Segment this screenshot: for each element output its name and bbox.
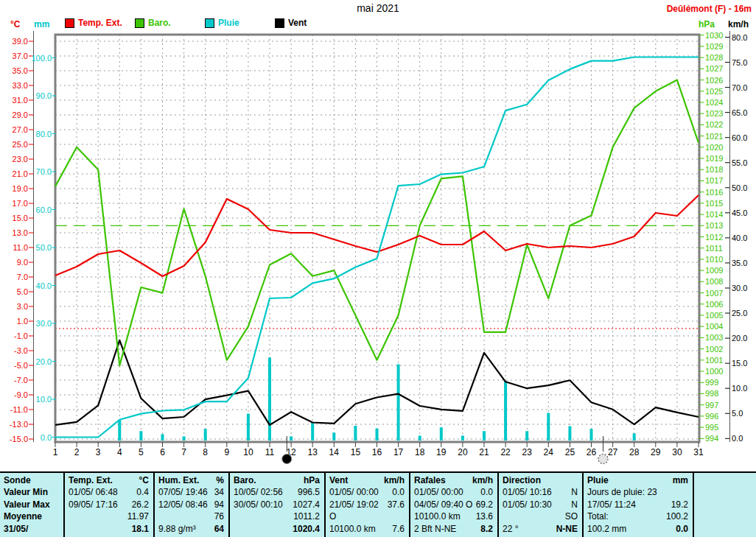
wind-tick-label: 25.0 bbox=[732, 309, 747, 317]
table-cell-label: Valeur Max bbox=[4, 499, 50, 510]
baro-tick-label: 1001 bbox=[705, 356, 723, 365]
baro-tick-label: 1028 bbox=[705, 53, 723, 62]
day-label: 16 bbox=[372, 447, 382, 457]
wind-tick-label: 20.0 bbox=[732, 334, 747, 343]
table-cell-value: km/h bbox=[472, 474, 493, 486]
baro-tick-label: 996 bbox=[705, 412, 718, 421]
baro-tick-label: 1016 bbox=[705, 188, 723, 197]
table-cell-label: 01/05/ 10:16 bbox=[503, 486, 552, 498]
baro-tick-label: 1024 bbox=[705, 98, 723, 107]
wind-tick-label: 30.0 bbox=[732, 284, 747, 292]
rain-tick-label: 10.0 bbox=[36, 395, 52, 404]
table-row: 1020.4 bbox=[230, 523, 324, 535]
temp-tick-label: 39.0 bbox=[13, 37, 28, 46]
table-row: 31/05/ bbox=[0, 523, 63, 535]
baro-tick-label: 1008 bbox=[705, 277, 723, 286]
rain-tick-label: 40.0 bbox=[36, 281, 52, 290]
day-label: 9 bbox=[224, 447, 229, 457]
baro-tick-label: 1027 bbox=[705, 64, 723, 73]
temp-tick-label: -1.0 bbox=[14, 331, 28, 340]
table-cell-label: 10/05/ 02:56 bbox=[234, 486, 283, 498]
table-cell-value: % bbox=[216, 474, 224, 486]
temp-tick-label: 19.0 bbox=[13, 184, 28, 193]
table-cell-value: 69.2 bbox=[476, 499, 493, 510]
temp-tick-label: 29.0 bbox=[13, 110, 28, 119]
day-label: 27 bbox=[608, 447, 618, 457]
baro-tick-label: 1004 bbox=[705, 322, 723, 331]
legend-swatch-icon bbox=[65, 18, 74, 28]
temp-tick-label: 15.0 bbox=[13, 214, 28, 222]
temp-tick-label: 1.0 bbox=[17, 317, 28, 326]
full-moon-icon bbox=[598, 454, 608, 464]
day-label: 23 bbox=[522, 447, 533, 457]
day-label: 14 bbox=[329, 447, 340, 457]
table-cell-label: Pluie bbox=[587, 474, 609, 486]
stats-column-rafales: Rafaleskm/h01/05/ 00:000.004/05/ 09:40 O… bbox=[409, 473, 497, 537]
table-cell-label: 12/05/ 08:46 bbox=[158, 499, 208, 510]
table-row: 76 bbox=[155, 510, 228, 522]
baro-tick-label: 1006 bbox=[705, 300, 723, 309]
station-name: Deûlémont (F) - 16m bbox=[667, 4, 752, 14]
table-cell-value: 0.0 bbox=[480, 486, 493, 498]
table-cell-label: Temp. Ext. bbox=[69, 474, 113, 486]
stats-table: SondeValeur MinValeur MaxMoyenne31/05/Te… bbox=[0, 471, 756, 537]
temp-tick-label: 35.0 bbox=[13, 66, 28, 75]
rain-bar bbox=[504, 381, 507, 441]
table-cell-label: Hum. Ext. bbox=[158, 474, 199, 486]
rain-bar bbox=[290, 436, 293, 441]
table-cell-label: Baro. bbox=[234, 474, 256, 486]
wind-tick-label: 60.0 bbox=[732, 133, 747, 142]
legend-swatch-icon bbox=[135, 18, 144, 28]
temp-tick-label: -9.0 bbox=[14, 390, 28, 399]
table-cell-value: N bbox=[571, 499, 578, 510]
stats-column-hum-ext: Hum. Ext.%07/05/ 19:463412/05/ 08:469476… bbox=[153, 473, 228, 537]
table-row: 2 Bft N-NE8.2 bbox=[410, 523, 497, 535]
table-cell-label: 10100.0 km bbox=[329, 523, 376, 535]
table-row: Direction bbox=[499, 474, 582, 486]
table-cell-value: hPa bbox=[304, 474, 320, 486]
wind-tick-label: 75.0 bbox=[732, 58, 747, 67]
day-label: 10 bbox=[243, 447, 253, 457]
table-row: SO bbox=[499, 510, 582, 522]
baro-tick-label: 1011 bbox=[705, 244, 723, 253]
table-row: 18.1 bbox=[65, 523, 153, 535]
table-cell-value: 37.6 bbox=[388, 499, 405, 523]
wind-tick-label: 80.0 bbox=[732, 33, 747, 42]
baro-tick-label: 995 bbox=[705, 423, 718, 432]
table-cell-value: N-NE bbox=[556, 523, 578, 535]
wind-tick-label: 35.0 bbox=[732, 259, 747, 267]
baro-tick-label: 1022 bbox=[705, 120, 723, 129]
rain-bar bbox=[247, 414, 250, 441]
rain-tick-label: 50.0 bbox=[36, 243, 52, 252]
baro-tick-label: 1003 bbox=[705, 333, 723, 342]
temp-tick-label: -13.0 bbox=[10, 420, 28, 429]
table-cell-label: 22 ° bbox=[503, 523, 518, 535]
stats-column-empty bbox=[693, 473, 756, 537]
rain-tick-label: 0.0 bbox=[41, 433, 52, 442]
rain-bar bbox=[397, 365, 400, 441]
table-cell-label: 31/05/ bbox=[4, 523, 28, 535]
table-row: 21/05/ 19:02 O37.6 bbox=[326, 499, 409, 523]
rain-tick-label: 70.0 bbox=[36, 167, 52, 176]
legend-item-temp-ext: Temp. Ext. bbox=[65, 18, 122, 28]
table-cell-label: Total: bbox=[587, 510, 609, 522]
temp-tick-label: 11.0 bbox=[13, 243, 28, 252]
table-cell-value: 76 bbox=[214, 510, 224, 522]
table-row: Baro.hPa bbox=[230, 474, 324, 486]
table-cell-value: °C bbox=[139, 474, 149, 486]
temp-tick-label: -3.0 bbox=[14, 346, 28, 355]
baro-tick-label: 1014 bbox=[705, 210, 723, 219]
table-cell-label: Valeur Min bbox=[4, 486, 48, 498]
table-row: Valeur Max bbox=[0, 499, 63, 510]
table-row: Rafaleskm/h bbox=[410, 474, 497, 486]
table-row: Pluiemm bbox=[584, 474, 693, 486]
table-cell-value: mm bbox=[673, 474, 688, 486]
table-cell-value: SO bbox=[565, 510, 578, 522]
table-cell-label: 01/05/ 06:48 bbox=[69, 486, 118, 498]
table-cell-value: km/h bbox=[384, 474, 405, 486]
table-cell-value: 19.2 bbox=[671, 499, 688, 510]
day-label: 2 bbox=[74, 447, 80, 457]
stats-column-vent: Ventkm/h01/05/ 00:000.021/05/ 19:02 O37.… bbox=[324, 473, 409, 537]
rain-bar bbox=[332, 432, 335, 441]
stats-row-labels: SondeValeur MinValeur MaxMoyenne31/05/ bbox=[0, 473, 63, 537]
